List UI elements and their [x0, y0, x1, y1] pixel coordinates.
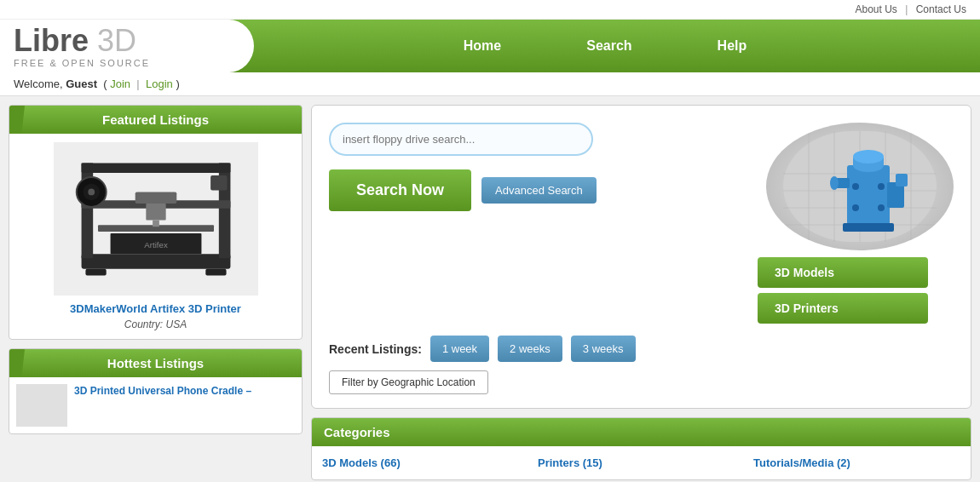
categories-section: Categories 3D Models (66) Printers (15) … — [311, 417, 971, 480]
login-link[interactable]: Login — [146, 77, 173, 90]
featured-listings-box: Featured Listings — [9, 105, 303, 340]
svg-point-11 — [88, 189, 95, 196]
svg-rect-3 — [81, 163, 230, 173]
featured-item: Artifex 3DMakerWorld Artifex 3D Printer … — [9, 134, 302, 339]
brand-name: Libre 3D — [14, 24, 216, 58]
nav-home[interactable]: Home — [421, 20, 544, 72]
filter-geographic-button[interactable]: Filter by Geographic Location — [329, 370, 488, 394]
svg-rect-0 — [81, 254, 230, 268]
featured-listings-header: Featured Listings — [9, 106, 302, 134]
nav-help[interactable]: Help — [675, 20, 790, 72]
contact-link[interactable]: Contact Us — [916, 3, 966, 15]
svg-rect-34 — [896, 174, 908, 186]
svg-point-35 — [852, 183, 859, 190]
category-models[interactable]: 3D Models (66) — [322, 456, 529, 469]
printers-category-button[interactable]: 3D Printers — [758, 293, 928, 324]
models-category-button[interactable]: 3D Models — [758, 257, 928, 288]
svg-point-36 — [878, 183, 885, 190]
featured-country: Country: USA — [18, 318, 293, 330]
svg-text:Artifex: Artifex — [144, 240, 168, 250]
svg-point-32 — [830, 176, 839, 190]
nav-search[interactable]: Search — [544, 20, 674, 72]
search-now-button[interactable]: Search Now — [329, 169, 471, 211]
model-preview: 3D Models 3D Printers — [758, 123, 954, 324]
welcome-bar: Welcome, Guest ( Join | Login ) — [0, 72, 980, 96]
recent-listings-label: Recent Listings: — [329, 342, 422, 356]
filter-row: Filter by Geographic Location — [329, 370, 488, 394]
search-panel: Search Now Advanced Search — [311, 105, 971, 409]
svg-rect-16 — [205, 269, 226, 276]
featured-image: Artifex — [54, 142, 258, 296]
svg-rect-12 — [210, 175, 227, 190]
svg-rect-6 — [135, 192, 176, 204]
hottest-item-text: 3D Printed Universal Phone Cradle – — [74, 384, 251, 427]
about-link[interactable]: About Us — [855, 3, 896, 15]
categories-grid: 3D Models (66) Printers (15) Tutorials/M… — [312, 446, 971, 479]
join-link[interactable]: Join — [110, 77, 130, 90]
featured-item-link[interactable]: 3DMakerWorld Artifex 3D Printer — [18, 302, 293, 315]
svg-point-30 — [853, 150, 884, 164]
week1-button[interactable]: 1 week — [430, 336, 489, 362]
advanced-search-button[interactable]: Advanced Search — [481, 177, 597, 204]
recent-listings: Recent Listings: 1 week 2 weeks 3 weeks — [329, 336, 636, 362]
week2-button[interactable]: 2 weeks — [498, 336, 562, 362]
svg-point-37 — [852, 204, 859, 211]
search-input[interactable] — [329, 123, 593, 156]
hottest-item: 3D Printed Universal Phone Cradle – — [9, 377, 302, 433]
hottest-listings-header: Hottest Listings — [9, 349, 302, 377]
week3-button[interactable]: 3 weeks — [571, 336, 636, 362]
svg-rect-15 — [85, 269, 106, 276]
hottest-item-image — [16, 384, 67, 427]
svg-rect-8 — [153, 220, 159, 227]
divider: | — [905, 3, 908, 15]
hottest-item-link[interactable]: 3D Printed Universal Phone Cradle – — [74, 385, 251, 397]
svg-rect-7 — [146, 204, 165, 220]
svg-rect-27 — [847, 165, 890, 225]
svg-point-38 — [878, 204, 885, 211]
category-tutorials[interactable]: Tutorials/Media (2) — [753, 456, 960, 469]
category-printers[interactable]: Printers (15) — [538, 456, 745, 469]
model-oval-image — [766, 123, 954, 250]
categories-header: Categories — [312, 418, 971, 446]
svg-rect-39 — [843, 223, 894, 232]
brand-tagline: FREE & OPEN SOURCE — [14, 58, 216, 68]
hottest-listings-box: Hottest Listings 3D Printed Universal Ph… — [9, 348, 303, 434]
